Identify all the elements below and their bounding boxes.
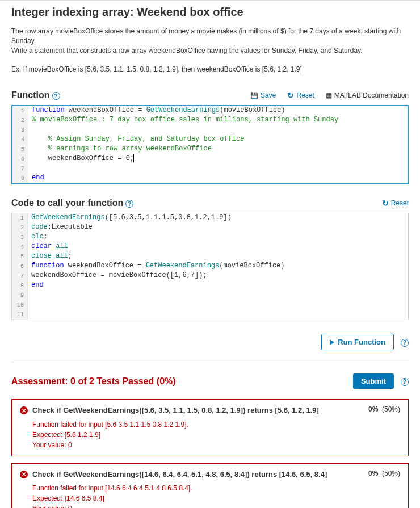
example-text: Ex: If movieBoxOffice is [5.6, 3.5, 1.1,… [11, 65, 409, 73]
line-number: 4 [12, 242, 28, 252]
code-line[interactable]: 3 [12, 125, 408, 135]
line-number: 3 [12, 125, 28, 135]
function-section-title: Function ? [11, 90, 60, 100]
page-title: Integer indexing array: Weekend box offi… [11, 6, 409, 19]
line-number: 4 [12, 135, 28, 145]
docs-icon [326, 91, 332, 99]
fail-icon: ✕ [20, 406, 28, 414]
code-line[interactable]: 7 [12, 164, 408, 174]
code-content[interactable]: end [28, 174, 48, 183]
code-line[interactable]: 2% movieBoxOffice : 7 day box office sal… [12, 116, 408, 125]
code-line[interactable]: 4 % Assign Sunday, Friday, and Saturday … [12, 135, 408, 145]
code-line[interactable]: 5 % earnings to row array weekendBoxOffi… [12, 145, 408, 154]
reset-icon [287, 91, 294, 100]
reset-icon [382, 199, 389, 208]
code-content[interactable]: % earnings to row array weekendBoxOffice [28, 145, 215, 154]
help-icon[interactable]: ? [125, 199, 133, 208]
code-content[interactable]: clear all [28, 242, 72, 252]
code-line[interactable]: 1GetWeekendEarnings([5.6,3.5,1.1,1.5,0.8… [12, 213, 408, 223]
code-content[interactable]: % movieBoxOffice : 7 day box office sale… [28, 116, 342, 125]
save-button[interactable]: Save [250, 91, 276, 99]
code-line[interactable]: 1function weekendBoxOffice = GetWeekendE… [12, 106, 408, 116]
line-number: 5 [12, 252, 28, 262]
code-line[interactable]: 8end [12, 281, 408, 291]
test-result-box: ✕Check if GetWeekendEarnings([14.6, 6.4,… [11, 463, 409, 508]
code-content[interactable]: end [28, 281, 47, 291]
code-content[interactable] [28, 291, 35, 300]
test-name: Check if GetWeekendEarnings([14.6, 6.4, … [32, 469, 327, 480]
line-number: 2 [12, 223, 28, 233]
line-number: 7 [12, 271, 28, 281]
matlab-docs-link[interactable]: MATLAB Documentation [326, 91, 409, 99]
problem-description: The row array movieBoxOffice stores the … [11, 27, 409, 55]
submit-button[interactable]: Submit [353, 373, 394, 389]
editor-toolbar: Save Reset MATLAB Documentation [250, 91, 409, 100]
code-line[interactable]: 7weekendBoxOffice = movieBoxOffice([1,6,… [12, 271, 408, 281]
line-number: 5 [12, 145, 28, 154]
code-content[interactable] [28, 164, 35, 174]
code-content[interactable]: clc; [28, 233, 51, 242]
line-number: 1 [12, 106, 28, 116]
line-number: 2 [12, 116, 28, 125]
code-line[interactable]: 6 weekendBoxOffice = 0; [12, 154, 408, 164]
test-score: 0% (50%) [368, 405, 400, 413]
line-number: 3 [12, 233, 28, 242]
code-content[interactable] [28, 310, 35, 320]
code-content[interactable]: GetWeekendEarnings([5.6,3.5,1.1,1.5,0.8,… [28, 213, 235, 223]
call-section-title: Code to call your function ? [11, 198, 133, 208]
line-number: 6 [12, 154, 28, 164]
code-content[interactable]: % Assign Sunday, Friday, and Saturday bo… [28, 135, 247, 145]
code-line[interactable]: 3clc; [12, 233, 408, 242]
test-result-box: ✕Check if GetWeekendEarnings([5.6, 3.5, … [11, 399, 409, 456]
code-line[interactable]: 10 [12, 300, 408, 310]
function-code-editor[interactable]: 1function weekendBoxOffice = GetWeekendE… [11, 105, 409, 184]
line-number: 10 [12, 300, 28, 310]
code-content[interactable]: function weekendBoxOffice = GetWeekendEa… [28, 262, 288, 271]
line-number: 7 [12, 164, 28, 174]
code-line[interactable]: 5close all; [12, 252, 408, 262]
help-icon[interactable]: ? [401, 338, 409, 347]
play-icon [330, 339, 334, 345]
desc-line-1: The row array movieBoxOffice stores the … [11, 27, 401, 45]
code-content[interactable]: weekendBoxOffice = 0; [28, 154, 137, 164]
code-line[interactable]: 2code:Executable [12, 223, 408, 233]
desc-line-2: Write a statement that constructs a row … [11, 47, 363, 54]
test-results: ✕Check if GetWeekendEarnings([5.6, 3.5, … [11, 399, 409, 508]
code-line[interactable]: 9 [12, 291, 408, 300]
line-number: 9 [12, 291, 28, 300]
divider [11, 362, 409, 362]
code-content[interactable]: close all; [28, 252, 75, 262]
run-function-button[interactable]: Run Function [321, 334, 394, 350]
line-number: 8 [12, 281, 28, 291]
assessment-title: Assessment: 0 of 2 Tests Passed (0%) [11, 376, 176, 387]
help-icon[interactable]: ? [401, 377, 409, 386]
fail-icon: ✕ [20, 471, 28, 478]
code-line[interactable]: 6function weekendBoxOffice = GetWeekendE… [12, 262, 408, 271]
code-content[interactable] [28, 125, 35, 135]
test-details: Function failed for input [5.6 3.5 1.1 1… [32, 419, 400, 450]
reset-button[interactable]: Reset [287, 91, 314, 100]
save-icon [250, 91, 258, 99]
code-line[interactable]: 11 [12, 310, 408, 320]
test-name: Check if GetWeekendEarnings([5.6, 3.5, 1… [32, 405, 319, 415]
call-code-editor[interactable]: 1GetWeekendEarnings([5.6,3.5,1.1,1.5,0.8… [11, 213, 409, 320]
code-line[interactable]: 4clear all [12, 242, 408, 252]
line-number: 6 [12, 262, 28, 271]
code-content[interactable]: code:Executable [28, 223, 100, 233]
test-score: 0% (50%) [368, 469, 400, 477]
line-number: 1 [12, 213, 28, 223]
code-line[interactable]: 8end [12, 174, 408, 183]
line-number: 11 [12, 310, 28, 320]
help-icon[interactable]: ? [52, 91, 60, 100]
code-content[interactable] [28, 300, 35, 310]
code-content[interactable]: function weekendBoxOffice = GetWeekendEa… [28, 106, 288, 116]
code-content[interactable]: weekendBoxOffice = movieBoxOffice([1,6,7… [28, 271, 211, 281]
test-details: Function failed for input [14.6 6.4 6.4 … [32, 483, 400, 508]
line-number: 8 [12, 174, 28, 183]
reset-button-2[interactable]: Reset [382, 199, 409, 208]
